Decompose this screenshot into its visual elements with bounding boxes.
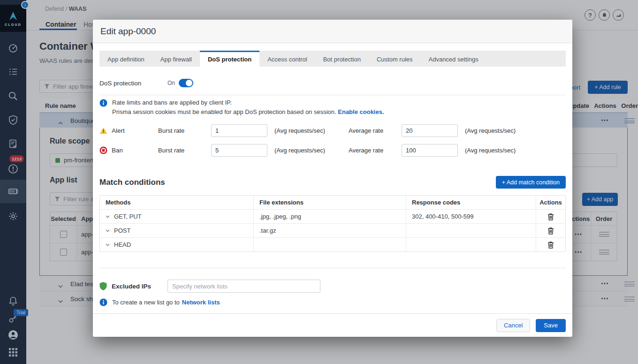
- unit-label: (Avg requests/sec): [465, 127, 539, 134]
- match-row: GET, PUT .jpg, .jpeg, .png 302, 400-410,…: [100, 209, 565, 223]
- shield-icon: [99, 282, 107, 290]
- ban-average-rate-input[interactable]: [402, 144, 458, 157]
- add-match-condition-button[interactable]: + Add match condition: [496, 176, 566, 189]
- tab-access-control[interactable]: Access control: [259, 51, 315, 67]
- response-codes-value: [406, 224, 536, 237]
- col-actions: Actions: [536, 196, 565, 209]
- average-rate-label: Average rate: [349, 127, 402, 134]
- methods-value: HEAD: [114, 241, 131, 248]
- network-lists-info: To create a new list go to: [112, 299, 180, 306]
- alert-burst-rate-input[interactable]: [211, 124, 267, 137]
- col-response-codes: Response codes: [406, 196, 536, 209]
- alert-average-rate-input[interactable]: [402, 124, 458, 137]
- match-row: POST .tar.gz: [100, 223, 565, 237]
- edit-app-modal: Edit app-0000 App definition App firewal…: [93, 20, 572, 337]
- excluded-ips-input[interactable]: [167, 280, 320, 293]
- delete-icon[interactable]: [547, 213, 554, 220]
- file-extensions-value: .tar.gz: [254, 224, 406, 237]
- methods-value: GET, PUT: [114, 213, 142, 220]
- divider: [99, 268, 566, 268]
- toggle-state-label: On: [167, 80, 175, 86]
- unit-label: (Avg requests/sec): [274, 147, 349, 154]
- modal-tab-bar: App definition App firewall DoS protecti…: [99, 51, 566, 67]
- excluded-ips-label: Excluded IPs: [112, 283, 151, 290]
- cancel-button[interactable]: Cancel: [496, 319, 530, 332]
- methods-value: POST: [114, 227, 130, 234]
- response-codes-value: [406, 238, 536, 251]
- alert-row-label: Alert: [112, 127, 125, 134]
- ban-row-label: Ban: [112, 147, 123, 154]
- burst-rate-label: Burst rate: [158, 147, 211, 154]
- ban-burst-rate-input[interactable]: [211, 144, 267, 157]
- enable-cookies-link[interactable]: Enable cookies.: [338, 108, 384, 115]
- info-line-2: Prisma session cookies must be enabled f…: [112, 108, 336, 115]
- tab-app-definition[interactable]: App definition: [99, 51, 152, 67]
- match-row: HEAD: [100, 237, 565, 251]
- info-line-1: Rate limits and bans are applied by clie…: [112, 98, 384, 107]
- burst-rate-label: Burst rate: [158, 127, 211, 134]
- match-conditions-table: Methods File extensions Response codes A…: [99, 195, 566, 252]
- col-file-extensions: File extensions: [254, 196, 406, 209]
- tab-dos-protection[interactable]: DoS protection: [200, 51, 259, 67]
- save-button[interactable]: Save: [536, 319, 566, 332]
- dos-protection-label: DoS protection: [99, 80, 167, 87]
- unit-label: (Avg requests/sec): [274, 127, 349, 134]
- chevron-down-icon[interactable]: [106, 215, 110, 218]
- col-methods: Methods: [100, 196, 254, 209]
- tab-custom-rules[interactable]: Custom rules: [369, 51, 421, 67]
- warning-icon: [99, 127, 107, 134]
- dos-protection-toggle[interactable]: [179, 79, 193, 87]
- response-codes-value: 302, 400-410, 500-599: [406, 210, 536, 223]
- file-extensions-value: [254, 238, 406, 251]
- info-icon: [99, 298, 107, 306]
- average-rate-label: Average rate: [349, 147, 402, 154]
- chevron-down-icon[interactable]: [106, 243, 110, 246]
- network-lists-link[interactable]: Network lists: [182, 299, 220, 306]
- tab-advanced-settings[interactable]: Advanced settings: [421, 51, 486, 67]
- match-conditions-heading: Match conditions: [99, 178, 165, 187]
- modal-title: Edit app-0000: [93, 20, 572, 43]
- unit-label: (Avg requests/sec): [465, 147, 539, 154]
- ban-icon: [99, 146, 107, 154]
- divider: [99, 95, 566, 95]
- tab-app-firewall[interactable]: App firewall: [152, 51, 200, 67]
- info-icon: [99, 99, 107, 107]
- file-extensions-value: .jpg, .jpeg, .png: [254, 210, 406, 223]
- delete-icon[interactable]: [547, 241, 554, 249]
- delete-icon[interactable]: [547, 227, 554, 235]
- chevron-down-icon[interactable]: [106, 229, 110, 232]
- tab-bot-protection[interactable]: Bot protection: [315, 51, 369, 67]
